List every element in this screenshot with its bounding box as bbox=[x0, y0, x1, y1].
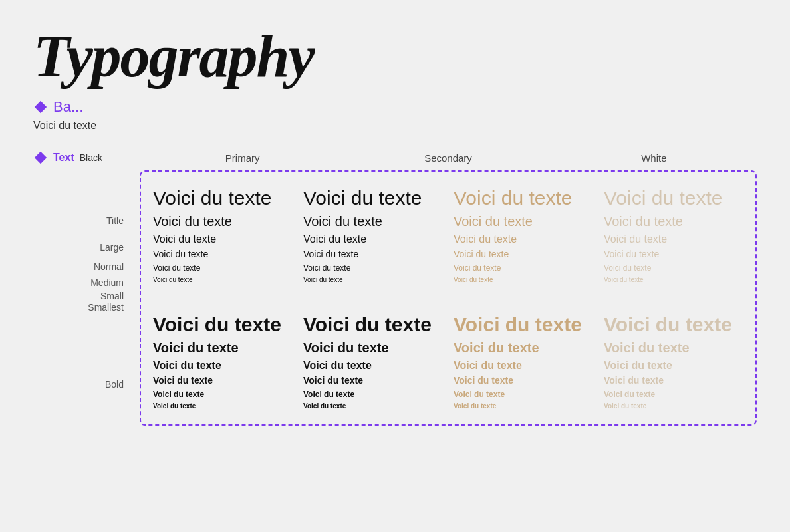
primary-normal-normal: Voici du texte bbox=[303, 232, 443, 247]
secondary-title-bold: Voici du texte bbox=[454, 311, 593, 337]
white-normal-normal: Voici du texte bbox=[604, 232, 743, 247]
col-white-normal: Voici du texte Voici du texte Voici du t… bbox=[598, 185, 749, 411]
primary-large-normal: Voici du texte bbox=[303, 212, 443, 231]
col-primary-normal: Voici du texte Voici du texte Voici du t… bbox=[298, 185, 448, 411]
primary-large-bold: Voici du texte bbox=[303, 338, 443, 357]
black-large-normal: Voici du texte bbox=[153, 212, 293, 231]
col-header-text-label: Text bbox=[53, 152, 74, 164]
primary-smallest-normal: Voici du texte bbox=[303, 275, 443, 285]
label-smallest: Smallest bbox=[88, 302, 132, 313]
dashed-content-box: Voici du texte Voici du texte Voici du t… bbox=[140, 170, 757, 426]
secondary-smallest-bold: Voici du texte bbox=[454, 402, 593, 411]
label-large: Large bbox=[100, 242, 132, 253]
white-smallest-normal: Voici du texte bbox=[604, 275, 743, 285]
white-medium-bold: Voici du texte bbox=[604, 374, 743, 388]
col-secondary-normal: Voici du texte Voici du texte Voici du t… bbox=[448, 185, 598, 411]
black-smallest-bold: Voici du texte bbox=[153, 402, 293, 411]
breadcrumb-row: Ba... bbox=[33, 98, 757, 116]
primary-medium-bold: Voici du texte bbox=[303, 374, 443, 388]
white-large-bold: Voici du texte bbox=[604, 338, 743, 357]
black-title-bold: Voici du texte bbox=[153, 311, 293, 337]
secondary-small-bold: Voici du texte bbox=[454, 389, 593, 400]
col-header-primary: Primary bbox=[140, 152, 345, 164]
white-smallest-bold: Voici du texte bbox=[604, 402, 743, 411]
white-small-bold: Voici du texte bbox=[604, 389, 743, 400]
primary-small-normal: Voici du texte bbox=[303, 263, 443, 274]
label-normal: Normal bbox=[94, 261, 132, 272]
row-labels: Title Large Normal Medium Small Smallest bbox=[33, 170, 140, 390]
black-medium-normal: Voici du texte bbox=[153, 248, 293, 261]
main-layout: Title Large Normal Medium Small Smallest bbox=[33, 170, 757, 426]
secondary-normal-normal: Voici du texte bbox=[454, 232, 593, 247]
secondary-title-normal: Voici du texte bbox=[454, 185, 593, 211]
primary-small-bold: Voici du texte bbox=[303, 389, 443, 400]
page-title: Typography bbox=[33, 27, 757, 86]
secondary-medium-normal: Voici du texte bbox=[454, 248, 593, 261]
black-small-bold: Voici du texte bbox=[153, 389, 293, 400]
white-medium-normal: Voici du texte bbox=[604, 248, 743, 261]
secondary-medium-bold: Voici du texte bbox=[454, 374, 593, 388]
text-diamond-icon bbox=[33, 150, 48, 165]
white-title-normal: Voici du texte bbox=[604, 185, 743, 211]
page-container: Typography Ba... Voici du texte Text Bla… bbox=[0, 0, 790, 452]
primary-smallest-bold: Voici du texte bbox=[303, 402, 443, 411]
black-normal-normal: Voici du texte bbox=[153, 232, 293, 247]
primary-normal-bold: Voici du texte bbox=[303, 358, 443, 373]
black-small-normal: Voici du texte bbox=[153, 263, 293, 274]
black-medium-bold: Voici du texte bbox=[153, 374, 293, 388]
label-small: Small bbox=[100, 291, 132, 301]
secondary-small-normal: Voici du texte bbox=[454, 263, 593, 274]
secondary-smallest-normal: Voici du texte bbox=[454, 275, 593, 285]
label-title: Title bbox=[106, 215, 132, 226]
white-small-normal: Voici du texte bbox=[604, 263, 743, 274]
white-large-normal: Voici du texte bbox=[604, 212, 743, 231]
secondary-large-bold: Voici du texte bbox=[454, 338, 593, 357]
white-title-bold: Voici du texte bbox=[604, 311, 743, 337]
black-large-bold: Voici du texte bbox=[153, 338, 293, 357]
col-header-secondary: Secondary bbox=[345, 152, 551, 164]
col-black-normal: Voici du texte Voici du texte Voici du t… bbox=[148, 185, 298, 411]
black-title-normal: Voici du texte bbox=[153, 185, 293, 211]
col-header-white: White bbox=[551, 152, 757, 164]
secondary-normal-bold: Voici du texte bbox=[454, 358, 593, 373]
black-normal-bold: Voici du texte bbox=[153, 358, 293, 373]
col-header-black-label: Black bbox=[80, 152, 102, 163]
subtitle-text: Voici du texte bbox=[33, 120, 757, 132]
primary-title-bold: Voici du texte bbox=[303, 311, 443, 337]
diamond-icon bbox=[33, 100, 48, 114]
white-normal-bold: Voici du texte bbox=[604, 358, 743, 373]
label-bold: Bold bbox=[105, 379, 132, 390]
breadcrumb-text: Ba... bbox=[53, 98, 83, 116]
secondary-large-normal: Voici du texte bbox=[454, 212, 593, 231]
black-smallest-normal: Voici du texte bbox=[153, 275, 293, 285]
primary-title-normal: Voici du texte bbox=[303, 185, 443, 211]
label-medium: Medium bbox=[90, 277, 132, 288]
primary-medium-normal: Voici du texte bbox=[303, 248, 443, 261]
